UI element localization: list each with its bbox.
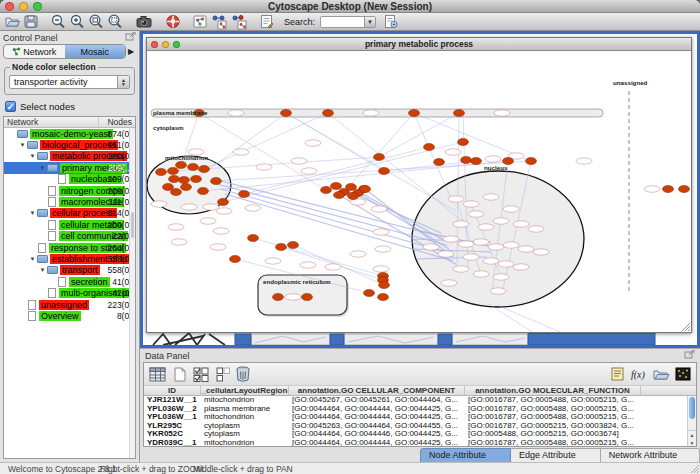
network-node[interactable] [424, 143, 435, 150]
network-node[interactable] [331, 182, 342, 189]
network-node[interactable] [191, 175, 202, 182]
network-edge[interactable] [497, 305, 567, 332]
table-cell[interactable]: [GO:0016787, GO:0005488, GO:0005215, G..… [465, 413, 641, 422]
network-node[interactable] [230, 255, 241, 262]
table-cell[interactable]: [GO:0005488, GO:0005215, GO:0003674] [465, 430, 641, 439]
table-column-header[interactable]: annotation.GO MOLECULAR_FUNCTION [465, 386, 641, 395]
tree-item-mosaic-demo-yeast[interactable]: mosaic-demo-yeast874(0) [4, 128, 135, 139]
function-builder-icon[interactable]: f(x) [629, 365, 649, 383]
tree-item-establishment-of-lo[interactable]: ▼establishment of lo558(0) [4, 253, 135, 264]
float-panel-icon[interactable] [125, 32, 136, 43]
open-session-icon[interactable] [4, 14, 21, 30]
tree-item-overview[interactable]: Overview8(0) [4, 310, 135, 321]
table-cell[interactable]: [GO:0016787, GO:0005488, GO:0005215, G..… [465, 405, 641, 414]
tree-item-response-to-stimul[interactable]: response to stimul264(0) [4, 242, 135, 253]
tree-item-biological-process[interactable]: ▼biological_process651(0) [4, 139, 135, 150]
tree-item-nitrogen-compo[interactable]: nitrogen compo209(0) [4, 185, 135, 196]
table-cell[interactable]: [GO:0016787, GO:0005215, GO:0003824, G..… [465, 422, 641, 431]
table-cell[interactable]: plasma membrane [201, 405, 289, 414]
network-node[interactable] [348, 192, 359, 199]
tree-scrollbar[interactable] [129, 128, 135, 458]
search-dropdown-arrow-icon[interactable]: ▼ [364, 17, 375, 27]
table-cell[interactable]: [GO:0045267, GO:0045261, GO:0044464, G..… [289, 396, 465, 405]
select-nodes-checkbox[interactable]: ✓ [5, 101, 16, 112]
attribute-grid-icon[interactable] [148, 365, 168, 383]
dropdown-stepper-icon[interactable]: ▲▼ [117, 76, 129, 88]
table-cell[interactable]: [GO:0044464, GO:0044446, GO:0044425, G..… [289, 430, 465, 439]
tree-item-multi-organism-pro[interactable]: multi-organism pro42(0) [4, 287, 135, 298]
table-cell[interactable]: [GO:0016787, GO:0005488, GO:0005215, G..… [465, 396, 641, 405]
network-node[interactable] [323, 109, 334, 116]
network-node[interactable] [281, 109, 292, 116]
table-column-header[interactable]: ID [144, 386, 201, 395]
tree-item-cellular-process[interactable]: ▼cellular process614(0) [4, 208, 135, 219]
network-node[interactable] [360, 185, 371, 192]
network-node[interactable] [378, 293, 389, 300]
zoom-out-icon[interactable] [50, 14, 67, 30]
attribute-matrix-icon[interactable] [674, 365, 692, 383]
network-node[interactable] [239, 190, 250, 197]
help-lifering-icon[interactable] [165, 14, 181, 30]
disclosure-triangle-icon[interactable]: ▼ [28, 153, 37, 159]
table-cell[interactable]: YPL036W__1 [144, 413, 201, 422]
network-canvas[interactable]: plasma membranecytoplasmmitochondrionnuc… [147, 51, 693, 332]
annotation-icon[interactable] [259, 14, 274, 30]
network-node[interactable] [454, 109, 465, 116]
network-edge[interactable] [487, 303, 537, 332]
tree-item-metabolic-process[interactable]: ▼metabolic process280(0) [4, 151, 135, 162]
window-resize-grip[interactable] [681, 322, 690, 331]
network-node[interactable] [364, 289, 375, 296]
network-node[interactable] [169, 175, 180, 182]
zoom-in-icon[interactable] [69, 14, 86, 30]
tab-mosaic[interactable]: Mosaic [65, 45, 126, 58]
disclosure-triangle-icon[interactable]: ▼ [38, 267, 47, 273]
tab-network[interactable]: Network [4, 45, 65, 58]
select-attributes-icon[interactable] [192, 365, 212, 383]
table-cell[interactable]: [GO:0016787, GO:0005488, GO:0005215, G..… [465, 439, 641, 446]
tree-scrollbar-thumb[interactable] [131, 212, 134, 238]
network-node[interactable] [188, 163, 199, 170]
table-row[interactable]: YPL036W__1mitochondrion[GO:0044464, GO:0… [144, 413, 696, 422]
tree-item-cell-communicat[interactable]: cell communicat22(0) [4, 231, 135, 242]
disclosure-triangle-icon[interactable]: ▼ [28, 256, 37, 262]
network-node[interactable] [276, 243, 287, 250]
network-node[interactable] [168, 167, 179, 174]
network-node[interactable] [273, 293, 284, 300]
network-node[interactable] [302, 293, 313, 300]
table-cell[interactable]: YDR039C__1 [144, 439, 201, 446]
table-row[interactable]: YLR295Ccytoplasm[GO:0045263, GO:0044464,… [144, 422, 696, 431]
new-attribute-icon[interactable] [171, 365, 189, 383]
unselect-attributes-icon[interactable] [215, 365, 231, 383]
network-node[interactable] [526, 157, 537, 164]
tree-item-macromolecule[interactable]: macromolecule311(0) [4, 196, 135, 207]
table-cell[interactable]: mitochondrion [201, 439, 289, 446]
search-input[interactable]: ▼ [320, 16, 376, 28]
network-window[interactable]: primary metabolic process plasma membran… [146, 37, 692, 333]
table-cell[interactable]: YPL036W__2 [144, 405, 201, 414]
network-node[interactable] [179, 176, 190, 183]
table-row[interactable]: YPL036W__2plasma membrane[GO:0044464, GO… [144, 405, 696, 414]
table-cell[interactable]: YKR052C [144, 430, 201, 439]
tree-item-unassigned[interactable]: unassigned223(0) [4, 299, 135, 310]
table-scrollbar-arrows[interactable]: ▲▼ [688, 430, 696, 446]
tree-item-nucleobase[interactable]: nucleobase-209(0) [4, 174, 135, 185]
table-cell[interactable]: [GO:0045263, GO:0044464, GO:0044455, G..… [289, 422, 465, 431]
table-column-header[interactable]: _cellularLayoutRegion [201, 386, 289, 395]
network-node[interactable] [374, 153, 385, 160]
tree-item-transport[interactable]: ▼transport558(0) [4, 265, 135, 276]
network-node[interactable] [321, 186, 332, 193]
table-cell[interactable]: YLR295C [144, 422, 201, 431]
tree-item-primary-metabo[interactable]: ▼primary metabo209(... [4, 162, 135, 173]
zoom-fit-icon[interactable] [88, 14, 105, 30]
table-cell[interactable]: mitochondrion [201, 413, 289, 422]
network-node[interactable] [288, 241, 299, 248]
network-node[interactable] [679, 185, 690, 192]
network-node[interactable] [471, 157, 482, 164]
network-node[interactable] [379, 167, 390, 174]
network-node[interactable] [218, 198, 229, 205]
network-node[interactable] [211, 177, 222, 184]
import-attributes-folder-icon[interactable] [652, 365, 671, 383]
network-node[interactable] [663, 185, 674, 192]
table-row[interactable]: YDR039C__1mitochondrion[GO:0044464, GO:0… [144, 439, 696, 446]
network-node[interactable] [181, 183, 192, 190]
